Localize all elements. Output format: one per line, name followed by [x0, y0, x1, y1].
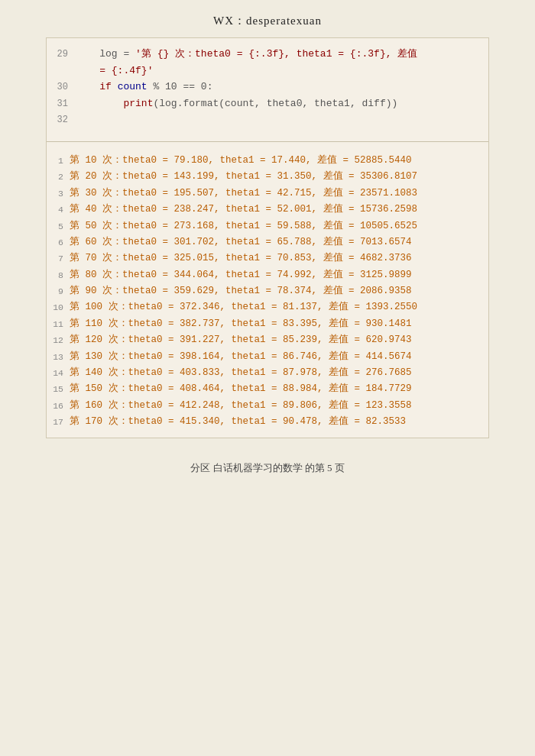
code-line-31: 31 print(log.format(count, theta0, theta… [47, 95, 488, 112]
out-line-content-9: 第 90 次：theta0 = 359.629, theta1 = 78.374… [70, 284, 488, 299]
out-line-content-6: 第 60 次：theta0 = 301.702, theta1 = 65.788… [70, 235, 488, 250]
line-number-31: 31 [47, 96, 76, 111]
out-line-content-5: 第 50 次：theta0 = 273.168, theta1 = 59.588… [70, 219, 488, 234]
line-number-29: 29 [47, 47, 76, 61]
output-line-17: 17 第 170 次：theta0 = 415.340, theta1 = 90… [47, 414, 488, 430]
line-content-29b: = {:.4f}' [76, 63, 488, 79]
out-line-num-17: 17 [47, 415, 70, 429]
out-line-num-11: 11 [47, 317, 70, 331]
code-line-32: 32 [47, 111, 488, 128]
line-content-30: if count % 10 == 0: [76, 79, 488, 95]
out-line-content-8: 第 80 次：theta0 = 344.064, theta1 = 74.992… [70, 268, 488, 283]
code-line-29b: = {:.4f}' [47, 63, 488, 79]
out-line-content-14: 第 140 次：theta0 = 403.833, theta1 = 87.97… [70, 366, 488, 380]
output-line-15: 15 第 150 次：theta0 = 408.464, theta1 = 88… [47, 381, 488, 397]
main-content: 29 log = '第 {} 次：theta0 = {:.3f}, theta1… [46, 37, 489, 438]
out-line-content-15: 第 150 次：theta0 = 408.464, theta1 = 88.98… [70, 382, 488, 396]
out-line-content-11: 第 110 次：theta0 = 382.737, theta1 = 83.39… [70, 317, 488, 331]
out-line-content-1: 第 10 次：theta0 = 79.180, theta1 = 17.440,… [70, 153, 488, 168]
output-line-16: 16 第 160 次：theta0 = 412.248, theta1 = 89… [47, 398, 488, 414]
section-separator [47, 141, 488, 142]
out-line-num-4: 4 [47, 202, 70, 217]
code-line-30: 30 if count % 10 == 0: [47, 79, 488, 95]
output-line-11: 11 第 110 次：theta0 = 382.737, theta1 = 83… [47, 316, 488, 332]
output-line-12: 12 第 120 次：theta0 = 391.227, theta1 = 85… [47, 332, 488, 348]
page-header: WX：desperatexuan [0, 0, 535, 37]
out-line-num-13: 13 [47, 350, 70, 364]
output-line-14: 14 第 140 次：theta0 = 403.833, theta1 = 87… [47, 365, 488, 381]
out-line-content-3: 第 30 次：theta0 = 195.507, theta1 = 42.715… [70, 186, 488, 201]
footer-text: 分区 白话机器学习的数学 的第 5 页 [190, 462, 345, 473]
code-line-29: 29 log = '第 {} 次：theta0 = {:.3f}, theta1… [47, 46, 488, 63]
out-line-content-12: 第 120 次：theta0 = 391.227, theta1 = 85.23… [70, 333, 488, 347]
out-line-num-5: 5 [47, 219, 70, 234]
out-line-num-12: 12 [47, 333, 70, 347]
out-line-num-8: 8 [47, 268, 70, 283]
output-line-2: 2 第 20 次：theta0 = 143.199, theta1 = 31.3… [47, 169, 488, 185]
page-footer: 分区 白话机器学习的数学 的第 5 页 [0, 438, 535, 489]
out-line-num-1: 1 [47, 153, 70, 168]
output-line-5: 5 第 50 次：theta0 = 273.168, theta1 = 59.5… [47, 218, 488, 234]
line-number-30: 30 [47, 79, 76, 94]
out-line-content-16: 第 160 次：theta0 = 412.248, theta1 = 89.80… [70, 399, 488, 413]
output-line-1: 1 第 10 次：theta0 = 79.180, theta1 = 17.44… [47, 153, 488, 169]
output-block: 1 第 10 次：theta0 = 79.180, theta1 = 17.44… [47, 148, 488, 438]
out-line-num-3: 3 [47, 186, 70, 201]
out-line-content-10: 第 100 次：theta0 = 372.346, theta1 = 81.13… [70, 300, 488, 315]
out-line-num-9: 9 [47, 284, 70, 299]
output-line-3: 3 第 30 次：theta0 = 195.507, theta1 = 42.7… [47, 186, 488, 202]
out-line-content-13: 第 130 次：theta0 = 398.164, theta1 = 86.74… [70, 350, 488, 364]
code-block: 29 log = '第 {} 次：theta0 = {:.3f}, theta1… [47, 38, 488, 135]
output-line-7: 7 第 70 次：theta0 = 325.015, theta1 = 70.8… [47, 250, 488, 267]
out-line-num-10: 10 [47, 300, 70, 315]
output-line-8: 8 第 80 次：theta0 = 344.064, theta1 = 74.9… [47, 267, 488, 283]
output-line-6: 6 第 60 次：theta0 = 301.702, theta1 = 65.7… [47, 234, 488, 250]
out-line-num-7: 7 [47, 251, 70, 266]
line-content-31: print(log.format(count, theta0, theta1, … [76, 96, 488, 111]
out-line-content-7: 第 70 次：theta0 = 325.015, theta1 = 70.853… [70, 251, 488, 266]
output-line-13: 13 第 130 次：theta0 = 398.164, theta1 = 86… [47, 349, 488, 365]
header-title: WX：desperatexuan [213, 15, 322, 27]
out-line-content-4: 第 40 次：theta0 = 238.247, theta1 = 52.001… [70, 202, 488, 217]
line-number-32: 32 [47, 112, 76, 127]
out-line-num-14: 14 [47, 366, 70, 380]
out-line-content-17: 第 170 次：theta0 = 415.340, theta1 = 90.47… [70, 415, 488, 429]
out-line-num-16: 16 [47, 399, 70, 413]
output-line-4: 4 第 40 次：theta0 = 238.247, theta1 = 52.0… [47, 202, 488, 218]
out-line-num-2: 2 [47, 170, 70, 184]
output-line-10: 10 第 100 次：theta0 = 372.346, theta1 = 81… [47, 299, 488, 315]
line-content-29: log = '第 {} 次：theta0 = {:.3f}, theta1 = … [76, 47, 488, 62]
line-number-29b [47, 63, 76, 64]
out-line-num-6: 6 [47, 235, 70, 250]
out-line-num-15: 15 [47, 382, 70, 396]
out-line-content-2: 第 20 次：theta0 = 143.199, theta1 = 31.350… [70, 170, 488, 184]
output-line-9: 9 第 90 次：theta0 = 359.629, theta1 = 78.3… [47, 283, 488, 299]
